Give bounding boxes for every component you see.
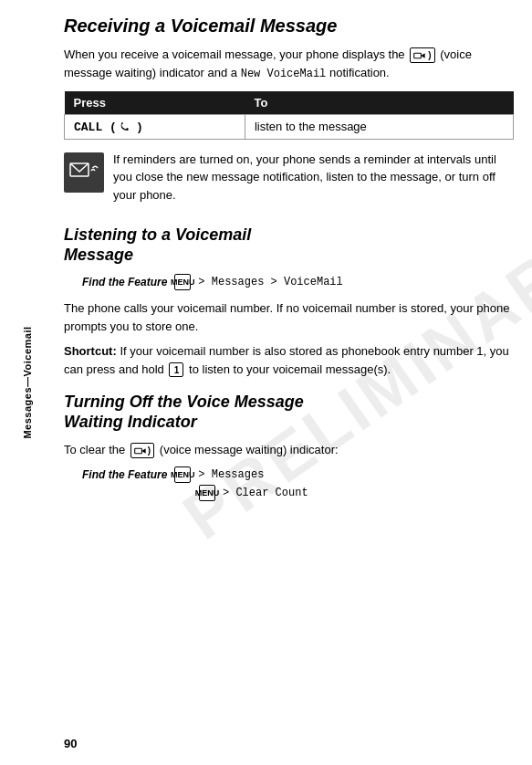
find-feature-path-3b: > Clear Count	[223, 487, 308, 499]
find-feature-path: > Messages > VoiceMail	[198, 276, 342, 288]
section2-shortcut: Shortcut: If your voicemail number is al…	[64, 342, 514, 378]
voicemail-icon: )	[410, 47, 434, 63]
main-content: PRELIMINARY Receiving a Voicemail Messag…	[55, 0, 532, 765]
section1-title: Receiving a Voicemail Message	[64, 15, 514, 37]
table-cell-press: CALL ( )	[65, 114, 245, 139]
feature-table: Press To CALL ( ) listen to the message	[64, 91, 514, 140]
key-1-icon: 1	[169, 362, 183, 377]
find-feature-section2: Find the Feature MENU > Messages > Voice…	[82, 274, 514, 290]
find-feature-row1: Find the Feature MENU > Messages	[82, 466, 514, 483]
menu-icon: MENU	[174, 274, 191, 290]
svg-rect-3	[135, 448, 142, 454]
menu-icon-3a: MENU	[174, 466, 191, 483]
svg-rect-0	[414, 53, 422, 58]
note-icon	[64, 152, 104, 193]
note-text: If reminders are turned on, your phone s…	[113, 151, 514, 204]
sidebar: Messages—Voicemail	[0, 0, 55, 765]
section3-title: Turning Off the Voice MessageWaiting Ind…	[64, 393, 514, 432]
find-feature-path-3a: > Messages	[198, 468, 264, 481]
table-row: CALL ( ) listen to the message	[65, 114, 514, 139]
find-feature-label-3: Find the Feature	[82, 468, 167, 481]
section2-body1: The phone calls your voicemail number. I…	[64, 299, 514, 335]
page-number: 90	[64, 737, 77, 750]
sidebar-label: Messages—Voicemail	[22, 326, 33, 438]
table-header-press: Press	[65, 91, 245, 115]
section3-intro: To clear the ) (voice message waiting) i…	[64, 441, 514, 459]
table-cell-to: listen to the message	[245, 114, 513, 139]
page-container: Messages—Voicemail PRELIMINARY Receiving…	[0, 0, 532, 765]
note-box: If reminders are turned on, your phone s…	[64, 151, 514, 212]
find-feature-label: Find the Feature	[82, 276, 167, 288]
section2-title: Listening to a VoicemailMessage	[64, 225, 514, 265]
svg-marker-4	[141, 448, 145, 454]
table-header-to: To	[245, 91, 513, 115]
find-feature-section3: Find the Feature MENU > Messages MENU > …	[82, 466, 514, 501]
voicemail-icon-2: )	[130, 443, 154, 458]
section1-intro: When you receive a voicemail message, yo…	[64, 46, 514, 82]
find-feature-row2: MENU > Clear Count	[82, 485, 514, 501]
menu-icon-3b: MENU	[199, 485, 215, 501]
